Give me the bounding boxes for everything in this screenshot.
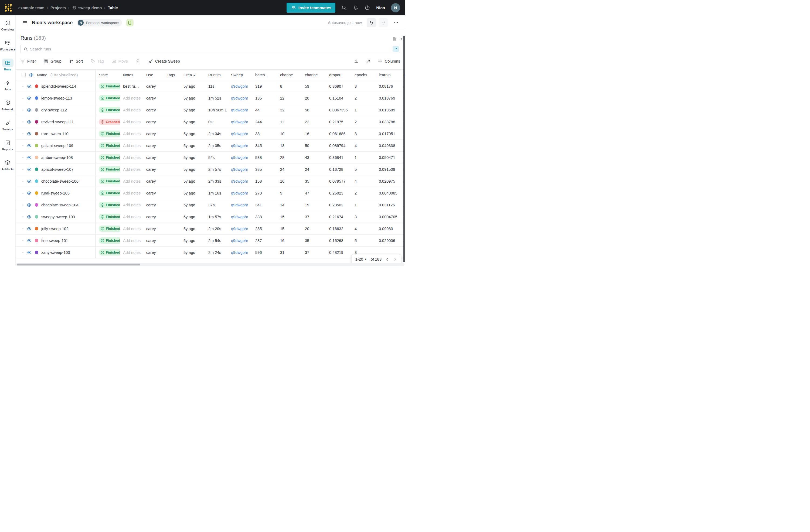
workspace-magic-icon[interactable]: [126, 19, 133, 27]
user-name[interactable]: Nico: [376, 5, 385, 10]
drag-handle-dot[interactable]: [22, 98, 23, 99]
run-sweep-link[interactable]: q9dwgphr: [228, 251, 252, 255]
run-sweep-link[interactable]: q9dwgphr: [228, 84, 252, 88]
run-notes[interactable]: Add notes: [120, 215, 143, 219]
sidebar-item-artifacts[interactable]: Artifacts: [2, 158, 14, 171]
notifications-bell-icon[interactable]: [353, 5, 359, 11]
column-header-channe[interactable]: channe: [302, 73, 326, 77]
drag-handle-dot[interactable]: [22, 216, 23, 217]
column-header-tags[interactable]: Tags: [163, 73, 180, 77]
magic-wand-button[interactable]: [366, 59, 371, 64]
run-sweep-link[interactable]: q9dwgphr: [228, 239, 252, 243]
run-name-link[interactable]: jolly-sweep-102: [41, 227, 68, 231]
column-header-crea[interactable]: Crea▼: [180, 73, 205, 77]
run-name-link[interactable]: amber-sweep-108: [41, 156, 73, 160]
export-download-button[interactable]: [354, 59, 359, 64]
run-name-link[interactable]: dry-sweep-112: [41, 108, 67, 112]
run-visibility-eye-icon[interactable]: [27, 167, 32, 172]
run-sweep-link[interactable]: q9dwgphr: [228, 191, 252, 195]
column-header-learnin[interactable]: learnin: [376, 73, 400, 77]
regex-toggle[interactable]: .*: [393, 46, 399, 52]
run-sweep-link[interactable]: q9dwgphr: [228, 203, 252, 207]
run-name-link[interactable]: chocolate-sweep-106: [41, 179, 79, 183]
sidebar-item-automat[interactable]: Automat.: [1, 98, 14, 111]
drag-handle-dot[interactable]: [22, 157, 23, 158]
drag-handle-dot[interactable]: [22, 228, 23, 229]
tag-button[interactable]: Tag: [91, 59, 103, 64]
run-name-link[interactable]: chocolate-sweep-104: [41, 203, 79, 207]
run-visibility-eye-icon[interactable]: [27, 250, 32, 255]
breadcrumb-project[interactable]: sweep-demo: [72, 5, 102, 10]
column-header-epochs[interactable]: epochs: [351, 73, 376, 77]
next-page-button[interactable]: [393, 257, 397, 261]
run-sweep-link[interactable]: q9dwgphr: [228, 179, 252, 183]
column-header-batch_[interactable]: batch_: [252, 73, 277, 77]
column-header-use[interactable]: Use: [143, 73, 163, 77]
workspace-title[interactable]: Nico's workspace: [32, 20, 72, 26]
search-icon[interactable]: [341, 5, 347, 11]
run-notes[interactable]: Add notes: [120, 108, 143, 112]
name-column-header[interactable]: Name (183 visualized): [16, 69, 96, 80]
run-name-link[interactable]: rare-sweep-110: [41, 132, 68, 136]
vertical-scrollbar[interactable]: [403, 36, 405, 262]
sidebar-item-runs[interactable]: Runs: [2, 59, 14, 71]
run-visibility-eye-icon[interactable]: [27, 191, 32, 196]
drag-handle-dot[interactable]: [22, 86, 23, 87]
sort-button[interactable]: Sort: [69, 59, 83, 64]
run-notes[interactable]: Add notes: [120, 239, 143, 243]
sidebar-item-overview[interactable]: Overview: [1, 19, 14, 31]
visibility-eye-icon[interactable]: [29, 72, 34, 77]
search-runs-input[interactable]: [30, 47, 390, 51]
breadcrumb-projects[interactable]: Projects: [50, 6, 66, 10]
run-sweep-link[interactable]: q9dwgphr: [228, 156, 252, 160]
run-name-link[interactable]: revived-sweep-111: [41, 120, 74, 124]
personal-workspace-badge[interactable]: N Personal workspace: [77, 19, 122, 27]
run-notes[interactable]: Add notes: [120, 120, 143, 124]
run-name-link[interactable]: sweepy-sweep-103: [41, 215, 75, 219]
run-name-link[interactable]: lemon-sweep-113: [41, 96, 72, 100]
drag-handle-dot[interactable]: [22, 181, 23, 182]
panel-layout-icon[interactable]: [392, 37, 396, 42]
columns-button[interactable]: Columns: [378, 59, 400, 64]
filter-button[interactable]: Filter: [20, 59, 36, 64]
run-visibility-eye-icon[interactable]: [27, 203, 32, 208]
run-sweep-link[interactable]: q9dwgphr: [228, 96, 252, 100]
undo-button[interactable]: [367, 18, 376, 27]
column-header-notes[interactable]: Notes: [120, 73, 143, 77]
page-size-dropdown[interactable]: 1-20▼: [355, 257, 367, 261]
invite-teammates-button[interactable]: Invite teammates: [287, 3, 336, 13]
run-notes[interactable]: Add notes: [120, 132, 143, 136]
column-header-runtim[interactable]: Runtim: [205, 73, 228, 77]
drag-handle-dot[interactable]: [22, 145, 23, 146]
run-notes[interactable]: best ru…: [120, 84, 143, 88]
run-visibility-eye-icon[interactable]: [27, 214, 32, 219]
run-sweep-link[interactable]: q9dwgphr: [228, 167, 252, 172]
sidebar-item-sweeps[interactable]: Sweeps: [2, 118, 14, 131]
run-visibility-eye-icon[interactable]: [27, 238, 32, 243]
run-name-link[interactable]: zany-sweep-100: [41, 251, 70, 255]
collapse-panel-chevron-icon[interactable]: [400, 37, 403, 41]
group-button[interactable]: Group: [44, 59, 61, 64]
run-visibility-eye-icon[interactable]: [27, 226, 32, 231]
run-visibility-eye-icon[interactable]: [27, 96, 32, 101]
run-notes[interactable]: Add notes: [120, 179, 143, 183]
breadcrumb-team[interactable]: example-team: [18, 6, 45, 10]
horizontal-scrollbar[interactable]: [16, 263, 404, 266]
user-avatar[interactable]: N: [391, 3, 400, 12]
drag-handle-dot[interactable]: [22, 205, 23, 206]
run-visibility-eye-icon[interactable]: [27, 108, 32, 113]
run-notes[interactable]: Add notes: [120, 144, 143, 148]
run-visibility-eye-icon[interactable]: [27, 179, 32, 184]
run-name-link[interactable]: fine-sweep-101: [41, 239, 68, 243]
run-sweep-link[interactable]: q9dwgphr: [228, 120, 252, 124]
more-options-button[interactable]: [391, 18, 401, 27]
wandb-logo[interactable]: [4, 3, 12, 12]
run-visibility-eye-icon[interactable]: [27, 119, 32, 124]
drag-handle-dot[interactable]: [22, 252, 23, 253]
run-notes[interactable]: Add notes: [120, 167, 143, 172]
run-sweep-link[interactable]: q9dwgphr: [228, 108, 252, 112]
previous-page-button[interactable]: [385, 257, 389, 261]
run-name-link[interactable]: gallant-sweep-109: [41, 144, 74, 148]
move-button[interactable]: Move: [111, 59, 128, 64]
sidebar-item-reports[interactable]: Reports: [2, 139, 14, 151]
